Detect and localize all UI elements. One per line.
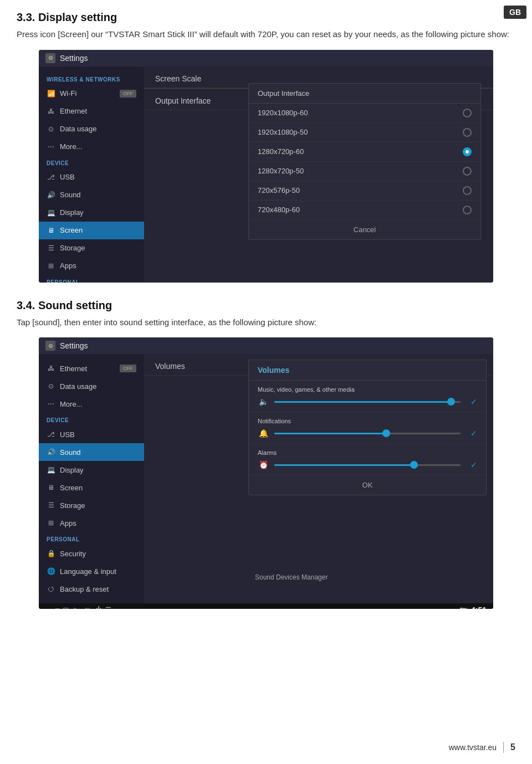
storage-label: Storage (60, 244, 85, 252)
vol-up-icon2[interactable]: 🔉 (84, 606, 92, 609)
settings-icon: ⚙ (45, 53, 55, 63)
more-icon: ⋯ (47, 142, 55, 151)
ok-button[interactable]: OK (249, 475, 486, 495)
sound-setting-screen: ⚙ Settings 🖧 Ethernet OFF ⊙ Data usage ⋯… (39, 337, 493, 609)
dropdown-label-1920-60: 1920x1080p-60 (258, 109, 308, 117)
sidebar-storage[interactable]: ☰ Storage (39, 239, 144, 257)
section33-description: Press icon [Screen] our “TVSTAR Smart St… (17, 28, 515, 41)
dropdown-item-720-480[interactable]: 720x480p-60 (249, 201, 480, 220)
sound-devices-manager[interactable]: Sound Devices Manager (255, 573, 328, 581)
sound-icon: 🔊 (47, 191, 55, 199)
sidebar-apps[interactable]: ⊞ Apps (39, 257, 144, 275)
storage-label2: Storage (60, 501, 85, 510)
notif-slider-thumb[interactable] (382, 429, 390, 437)
screen2-title: Settings (60, 341, 88, 350)
alarm-volume-label: Alarms (258, 449, 477, 456)
sidebar2-language[interactable]: 🌐 Language & input (39, 562, 144, 580)
media-slider-fill (274, 401, 451, 403)
alarm-volume-row: ⏰ ✓ (258, 460, 477, 469)
settings-icon2: ⚙ (45, 341, 55, 351)
output-interface-dropdown: Output Interface 1920x1080p-60 1920x1080… (248, 83, 481, 240)
sidebar2-more[interactable]: ⋯ More... (39, 395, 144, 413)
sidebar2-screen[interactable]: 🖥 Screen (39, 479, 144, 496)
more-icon2: ⋯ (47, 399, 55, 408)
camera-status-icon2: 📷 (459, 606, 468, 609)
data-usage-label: Data usage (60, 125, 97, 133)
dropdown-item-1280-60[interactable]: 1280x720p-60 (249, 142, 480, 162)
media-slider-thumb[interactable] (447, 398, 455, 406)
sidebar-wifi[interactable]: 📶 Wi-Fi OFF (39, 85, 144, 102)
sidebar2-sound[interactable]: 🔊 Sound (39, 443, 144, 461)
sidebar2-display[interactable]: 💻 Display (39, 461, 144, 479)
sidebar-usb[interactable]: ⎇ USB (39, 168, 144, 186)
power-icon2[interactable]: ⏻ (95, 606, 102, 609)
notif-slider-track[interactable] (274, 433, 461, 434)
menu-icon2[interactable]: ☰ (105, 606, 111, 609)
data-label2: Data usage (60, 382, 97, 391)
media-slider-track[interactable] (274, 401, 461, 403)
more-label: More... (60, 142, 82, 151)
sidebar2-data-usage[interactable]: ⊙ Data usage (39, 377, 144, 395)
screen2-statusbar: ← □ ▣ 🔈 🔉 ⏻ ☰ ⌕ 📷 4:51 (39, 603, 493, 609)
cancel-button[interactable]: Cancel (249, 220, 480, 239)
dropdown-label-1920-50: 1920x1080p-50 (258, 128, 308, 136)
sound-label: Sound (60, 191, 81, 199)
lang-icon2: 🌐 (47, 567, 55, 576)
eth-icon2: 🖧 (47, 364, 55, 373)
sidebar2-backup[interactable]: ⭯ Backup & reset (39, 580, 144, 598)
display-icon2: 💻 (47, 465, 55, 474)
notif-volume-row: 🔔 ✓ (258, 429, 477, 438)
back-icon2[interactable]: ← (45, 606, 52, 609)
dropdown-item-720-576[interactable]: 720x576p-50 (249, 181, 480, 201)
notif-check: ✓ (470, 429, 477, 438)
notif-slider-fill (274, 433, 386, 434)
sidebar-display[interactable]: 💻 Display (39, 204, 144, 222)
sidebar-more[interactable]: ⋯ More... (39, 138, 144, 156)
display-label: Display (60, 208, 84, 217)
section34-description: Tap [sound], then enter into sound setti… (17, 316, 515, 329)
storage-icon2: ☰ (47, 501, 55, 510)
alarm-check: ✓ (470, 460, 477, 469)
screen1-titlebar: ⚙ Settings (39, 50, 493, 66)
sidebar-ethernet[interactable]: 🖧 Ethernet (39, 102, 144, 120)
dropdown-item-1920-50[interactable]: 1920x1080p-50 (249, 123, 480, 142)
alarm-slider-thumb[interactable] (410, 461, 418, 469)
sidebar-screen[interactable]: 🖥 Screen (39, 222, 144, 239)
screen2-titlebar: ⚙ Settings (39, 337, 493, 354)
notif-vol-icon: 🔔 (258, 429, 269, 438)
alarm-slider-track[interactable] (274, 464, 461, 466)
sidebar2-apps[interactable]: ⊞ Apps (39, 514, 144, 532)
radio-1280-50 (463, 167, 472, 176)
footer-divider (503, 742, 504, 753)
notif-volume-label: Notifications (258, 418, 477, 424)
screen1-title: Settings (60, 54, 88, 63)
dropdown-item-1280-50[interactable]: 1280x720p-50 (249, 162, 480, 181)
apps-icon2: ⊞ (47, 519, 55, 527)
wireless-section-label: WIRELESS & NETWORKS (39, 72, 144, 85)
home-icon2[interactable]: □ (55, 606, 59, 609)
ethernet-icon: 🖧 (47, 107, 55, 116)
screen-status-icon2: ⌕ (452, 606, 456, 609)
alarm-vol-icon: ⏰ (258, 460, 269, 469)
sidebar2-security[interactable]: 🔒 Security (39, 545, 144, 562)
wifi-off: OFF (120, 90, 136, 98)
apps-icon: ⊞ (47, 261, 55, 270)
ethernet-label: Ethernet (60, 107, 87, 115)
eth-label2: Ethernet (60, 365, 87, 373)
sidebar-sound[interactable]: 🔊 Sound (39, 186, 144, 204)
vol-down-icon2[interactable]: 🔈 (72, 606, 80, 609)
media-volume-label: Music, video, games, & other media (258, 386, 477, 393)
sidebar2-usb[interactable]: ⎇ USB (39, 425, 144, 443)
storage-icon: ☰ (47, 244, 55, 253)
status-right-area2: ⌕ 📷 4:51 (452, 606, 487, 609)
sidebar-data-usage[interactable]: ⊙ Data usage (39, 120, 144, 138)
dropdown-item-1920-60[interactable]: 1920x1080p-60 (249, 104, 480, 123)
eth-off2: OFF (120, 365, 136, 372)
sidebar2-ethernet[interactable]: 🖧 Ethernet OFF (39, 360, 144, 377)
media-volume-section: Music, video, games, & other media 🔈 ✓ (249, 381, 486, 412)
sidebar2-storage[interactable]: ☰ Storage (39, 496, 144, 514)
recents-icon2[interactable]: ▣ (63, 606, 69, 609)
media-volume-row: 🔈 ✓ (258, 397, 477, 406)
dropdown-header: Output Interface (249, 84, 480, 104)
backup-label2: Backup & reset (60, 585, 109, 593)
